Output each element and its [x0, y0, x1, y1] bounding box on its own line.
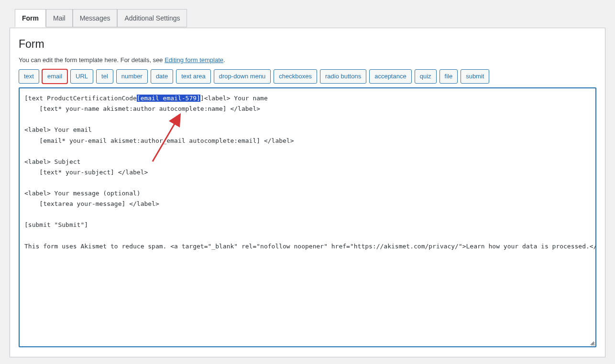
tag-acceptance-button[interactable]: acceptance: [369, 69, 412, 84]
tag-file-button[interactable]: file: [439, 69, 458, 84]
tab-additional-settings[interactable]: Additional Settings: [117, 9, 187, 27]
page-description: You can edit the form template here. For…: [19, 56, 596, 64]
form-editor[interactable]: [text ProductCertificationCode[email ema…: [20, 88, 595, 346]
tag-url-button[interactable]: URL: [70, 69, 93, 84]
tag-radio-button[interactable]: radio buttons: [320, 69, 366, 84]
editor-line1-after: ]<label> Your name: [200, 95, 268, 102]
tag-button-row: text email URL tel number date text area…: [19, 69, 596, 84]
form-panel: Form You can edit the form template here…: [10, 28, 605, 357]
tag-tel-button[interactable]: tel: [96, 69, 113, 84]
tab-bar: Form Mail Messages Additional Settings: [15, 9, 605, 27]
tag-textarea-button[interactable]: text area: [176, 69, 211, 84]
tag-text-button[interactable]: text: [19, 69, 39, 84]
description-text-after: .: [223, 56, 225, 64]
editor-line1-before: [text ProductCertificationCode: [24, 95, 137, 102]
editor-rest: [text* your-name akismet:author autocomp…: [24, 105, 595, 249]
form-editor-container: [text ProductCertificationCode[email ema…: [19, 87, 596, 347]
page-heading: Form: [19, 38, 596, 51]
tag-date-button[interactable]: date: [151, 69, 173, 84]
editing-form-template-link[interactable]: Editing form template: [165, 56, 223, 64]
tag-checkboxes-button[interactable]: checkboxes: [274, 69, 317, 84]
tab-messages[interactable]: Messages: [73, 9, 118, 27]
tag-dropdown-button[interactable]: drop-down menu: [214, 69, 271, 84]
tag-number-button[interactable]: number: [116, 69, 148, 84]
tag-quiz-button[interactable]: quiz: [415, 69, 437, 84]
tab-form[interactable]: Form: [15, 9, 46, 27]
tag-email-button[interactable]: email: [42, 69, 67, 84]
description-text: You can edit the form template here. For…: [19, 56, 165, 64]
tag-submit-button[interactable]: submit: [461, 69, 489, 84]
editor-selection: [email email-579]: [137, 95, 200, 102]
tab-mail[interactable]: Mail: [46, 9, 73, 27]
